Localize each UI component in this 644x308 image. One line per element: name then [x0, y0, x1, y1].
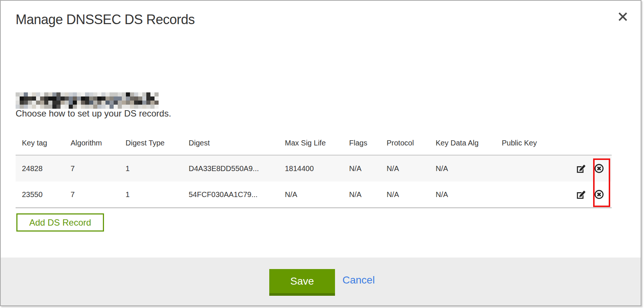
table-row: 24828 7 1 D4A33E8DD550A9... 1814400 N/A …	[16, 155, 612, 181]
column-header-public-key: Public Key	[495, 139, 570, 147]
cell-protocol: N/A	[380, 164, 429, 173]
delete-x-icon	[594, 195, 604, 200]
cell-max-sig-life: N/A	[279, 190, 343, 199]
column-header-max-sig-life: Max Sig Life	[279, 139, 343, 147]
cell-key-data-alg: N/A	[429, 164, 495, 173]
cell-algorithm: 7	[64, 190, 119, 199]
column-header-algorithm: Algorithm	[64, 139, 119, 147]
cell-max-sig-life: 1814400	[279, 164, 343, 173]
delete-record-button[interactable]	[594, 189, 604, 200]
edit-icon	[576, 169, 587, 174]
delete-record-button[interactable]	[594, 163, 604, 174]
table-header: Key tag Algorithm Digest Type Digest Max…	[16, 131, 612, 155]
setup-instruction: Choose how to set up your DS records.	[16, 108, 171, 119]
dialog-title: Manage DNSSEC DS Records	[16, 12, 195, 27]
dialog-footer: Save Cancel	[1, 258, 641, 305]
table-row: 23550 7 1 54FCF030AA1C79... N/A N/A N/A …	[16, 181, 612, 208]
cell-key-tag: 23550	[16, 190, 64, 199]
ds-records-table: Key tag Algorithm Digest Type Digest Max…	[16, 131, 612, 208]
cell-digest-type: 1	[119, 164, 182, 173]
delete-x-icon	[594, 169, 604, 174]
edit-icon	[576, 195, 587, 200]
cell-protocol: N/A	[380, 190, 429, 199]
cell-digest-type: 1	[119, 190, 182, 199]
row-actions	[570, 163, 612, 174]
column-header-protocol: Protocol	[380, 139, 429, 147]
cancel-link[interactable]: Cancel	[342, 274, 375, 286]
cell-digest: D4A33E8DD550A9...	[182, 164, 279, 173]
row-actions	[570, 189, 612, 200]
edit-record-button[interactable]	[576, 189, 587, 200]
column-header-flags: Flags	[343, 139, 380, 147]
save-button[interactable]: Save	[269, 269, 335, 296]
cell-key-data-alg: N/A	[429, 190, 495, 199]
close-button[interactable]	[615, 10, 630, 24]
dnssec-dialog: Manage DNSSEC DS Records Choose how to s…	[0, 0, 641, 306]
cell-flags: N/A	[343, 190, 380, 199]
add-ds-record-button[interactable]: Add DS Record	[16, 213, 104, 232]
cell-key-tag: 24828	[16, 164, 64, 173]
close-icon	[617, 18, 628, 23]
column-header-digest-type: Digest Type	[119, 139, 182, 147]
domain-name-redacted	[16, 92, 159, 109]
cell-digest: 54FCF030AA1C79...	[182, 190, 279, 199]
column-header-key-data-alg: Key Data Alg	[429, 139, 495, 147]
screenshot: Manage DNSSEC DS Records Choose how to s…	[0, 0, 644, 308]
column-header-digest: Digest	[182, 139, 279, 147]
cell-flags: N/A	[343, 164, 380, 173]
edit-record-button[interactable]	[576, 163, 587, 174]
cell-algorithm: 7	[64, 164, 119, 173]
column-header-key-tag: Key tag	[16, 139, 64, 147]
